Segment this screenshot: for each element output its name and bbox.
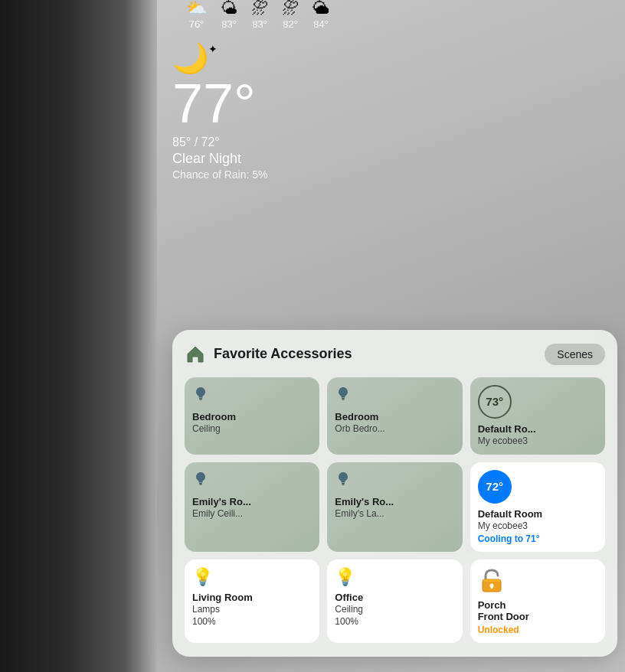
- bulb-icon-1: [335, 385, 454, 406]
- forecast-item: ⛈ 82°: [282, 0, 299, 30]
- tile-sub-7: Ceiling: [335, 604, 454, 615]
- svg-rect-11: [483, 579, 501, 582]
- accessory-tile-6[interactable]: 💡 Living Room Lamps 100%: [185, 559, 319, 643]
- forecast-temp-2: 83°: [252, 18, 267, 30]
- tile-sub-2: My ecobee3: [478, 435, 597, 446]
- widget-title: Favorite Accessories: [214, 346, 352, 362]
- accessory-tile-8[interactable]: Porch Front Door Unlocked: [470, 559, 605, 643]
- tile-name2-8: Front Door: [478, 611, 597, 623]
- tile-percent-6: 100%: [192, 616, 312, 627]
- tile-percent-7: 100%: [335, 616, 454, 627]
- phone-frame-bar: [0, 0, 157, 672]
- svg-rect-7: [342, 484, 345, 485]
- scenes-button[interactable]: Scenes: [545, 344, 605, 365]
- accessory-tile-5[interactable]: 72° Default Room My ecobee3 Cooling to 7…: [470, 462, 605, 552]
- svg-rect-2: [342, 398, 345, 400]
- svg-rect-1: [200, 400, 202, 400]
- accessory-tile-3[interactable]: Emily's Ro... Emily Ceili...: [185, 462, 319, 552]
- tile-status-8: Unlocked: [478, 625, 597, 635]
- forecast-temp-3: 82°: [283, 18, 298, 30]
- svg-rect-5: [200, 484, 202, 485]
- bulb-icon-7: 💡: [335, 567, 454, 587]
- lock-icon-8: [478, 567, 506, 595]
- accessory-tile-2[interactable]: 73° Default Ro... My ecobee3: [470, 377, 605, 455]
- forecast-temp-4: 84°: [313, 18, 329, 30]
- forecast-item: 🌥 84°: [312, 0, 329, 30]
- widget-title-area: Favorite Accessories: [185, 344, 352, 365]
- tile-name-4: Emily's Ro...: [335, 496, 454, 508]
- tile-name-2: Default Ro...: [478, 423, 597, 435]
- tile-name-0: Bedroom: [192, 411, 312, 423]
- tile-name-6: Living Room: [192, 592, 312, 604]
- tile-name-7: Office: [335, 592, 454, 604]
- current-temp: 77°: [172, 76, 610, 131]
- svg-rect-6: [342, 483, 345, 484]
- accessory-tile-0[interactable]: Bedroom Ceiling: [185, 377, 319, 455]
- forecast-section: ⛅ 76° 🌤 83° ⛈ 83° ⛈ 82° 🌥 84°: [157, 0, 625, 30]
- tile-name-8: Porch: [478, 599, 597, 612]
- accessories-grid: Bedroom Ceiling Bedroom Orb Bedro... 73°…: [185, 377, 605, 643]
- tile-sub-0: Ceiling: [192, 423, 312, 434]
- forecast-item: ⛈ 83°: [251, 0, 268, 30]
- forecast-icon-0: ⛅: [186, 0, 207, 17]
- tile-sub-1: Orb Bedro...: [335, 423, 454, 434]
- tile-name-1: Bedroom: [335, 411, 454, 423]
- accessory-tile-7[interactable]: 💡 Office Ceiling 100%: [327, 559, 462, 643]
- widget-header: Favorite Accessories Scenes: [185, 344, 605, 365]
- screen: ⛅ 76° 🌤 83° ⛈ 83° ⛈ 82° 🌥 84° 🌙✦ 77° 85°…: [157, 0, 625, 672]
- tile-name-3: Emily's Ro...: [192, 496, 312, 508]
- forecast-icon-4: 🌥: [312, 0, 329, 17]
- forecast-item: ⛅ 76°: [186, 0, 207, 30]
- forecast-icon-3: ⛈: [282, 0, 299, 17]
- accessory-tile-1[interactable]: Bedroom Orb Bedro...: [327, 377, 462, 455]
- tile-sub-5: My ecobee3: [478, 520, 597, 531]
- tile-status-5: Cooling to 71°: [478, 533, 597, 544]
- bulb-icon-3: [192, 470, 312, 491]
- weather-condition: Clear Night: [172, 151, 610, 167]
- forecast-temp-1: 83°: [221, 18, 237, 30]
- forecast-row: ⛅ 76° 🌤 83° ⛈ 83° ⛈ 82° 🌥 84°: [178, 0, 604, 30]
- bulb-icon-0: [192, 385, 312, 406]
- tile-name-5: Default Room: [478, 508, 597, 520]
- svg-rect-4: [199, 483, 202, 484]
- tile-sub-3: Emily Ceili...: [192, 508, 312, 519]
- current-weather: 🌙✦ 77° 85° / 72° Clear Night Chance of R…: [157, 36, 625, 181]
- forecast-icon-1: 🌤: [221, 0, 237, 17]
- bulb-icon-4: [335, 470, 454, 491]
- tile-sub-6: Lamps: [192, 604, 312, 615]
- svg-rect-10: [490, 586, 492, 589]
- thermostat-badge-2: 73°: [478, 385, 512, 419]
- thermostat-badge-5: 72°: [478, 470, 512, 504]
- rain-chance: Chance of Rain: 5%: [172, 168, 610, 181]
- forecast-temp-0: 76°: [189, 18, 205, 30]
- tile-sub-4: Emily's La...: [335, 508, 454, 519]
- accessories-widget: Favorite Accessories Scenes Bedroom Ceil…: [172, 330, 617, 657]
- accessory-tile-4[interactable]: Emily's Ro... Emily's La...: [327, 462, 462, 552]
- forecast-item: 🌤 83°: [221, 0, 237, 30]
- svg-rect-0: [199, 398, 202, 400]
- forecast-icon-2: ⛈: [251, 0, 268, 17]
- home-icon: [185, 344, 206, 365]
- svg-rect-3: [342, 400, 345, 400]
- temp-range: 85° / 72°: [172, 135, 610, 149]
- moon-icon: 🌙✦: [172, 44, 610, 73]
- bulb-icon-6: 💡: [192, 567, 312, 587]
